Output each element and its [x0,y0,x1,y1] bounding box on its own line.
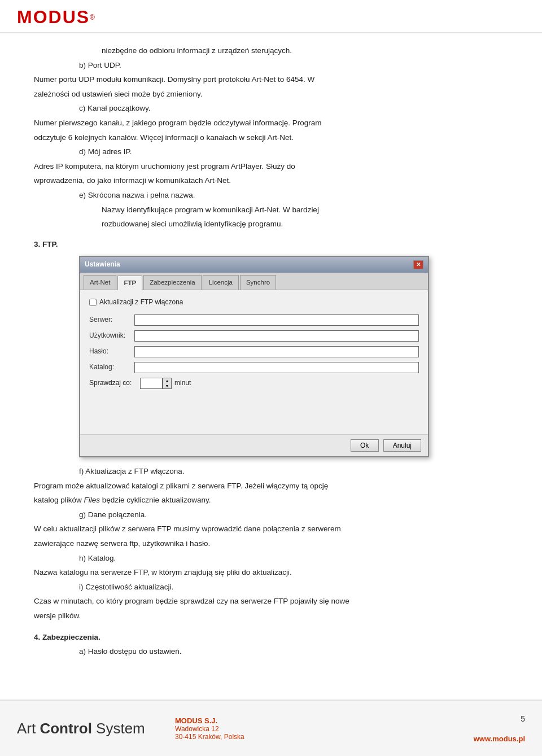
after-zawierajace: zawierające nazwę serwera ftp, użytkowni… [34,537,508,550]
line-2: b) Port UDP. [79,59,508,72]
after-katalog: katalog plików Files będzie cyklicznie a… [34,494,508,506]
section-4-bold: 4. Zabezpieczenia. [34,633,100,641]
password-label: Hasło: [89,346,134,357]
user-input[interactable] [134,330,419,342]
ftp-enabled-label: Aktualizacji z FTP włączona [99,297,183,308]
logo-reg: ® [90,14,96,21]
dialog-spacer [89,394,419,427]
files-italic: Files [84,496,100,504]
after-nazwa: Nazwa katalogu na serwerze FTP, w którym… [34,566,508,579]
footer-company-name: MODUS S.J. [175,716,217,725]
user-row: Użytkownik: [89,330,419,342]
after-f: f) Aktualizacja z FTP włączona. [79,465,508,478]
dialog-window: Ustawienia ✕ Art-Net FTP Zabezpieczenia … [79,256,429,457]
spinner-unit: minut [174,378,191,388]
page-footer: Art Control System MODUS S.J. Wadowicka … [0,700,542,756]
section-3-title: 3. FTP. [34,238,508,251]
catalog-label: Katalog: [89,362,134,373]
logo: MODUS® [17,7,96,28]
footer-brand: Art Control System [17,721,158,736]
spinner-up-button[interactable]: ▲ [163,378,171,383]
tab-zabezpieczenia[interactable]: Zabezpieczenia [143,275,202,290]
main-content: niezbędne do odbioru informacji z urządz… [0,33,542,671]
after-czas: Czas w minutach, co który program będzie… [34,595,508,608]
spinner-row: Sprawdzaj co: 60 ▲ ▼ minut [89,378,419,389]
logo-text: MODUS [17,7,90,28]
header: MODUS® [0,0,542,33]
password-input[interactable] [134,346,419,357]
catalog-row: Katalog: [89,362,419,373]
line-12: Nazwy identyfikujące program w komunikac… [102,204,508,216]
server-input[interactable] [134,314,419,326]
line-9: Adres IP komputera, na którym uruchomion… [34,160,508,173]
footer-website: www.modus.pl [474,735,525,743]
footer-company-info: MODUS S.J. Wadowicka 12 30-415 Kraków, P… [158,716,474,741]
ok-button[interactable]: Ok [351,439,379,452]
ftp-enabled-checkbox[interactable] [89,299,97,306]
dialog-body: Aktualizacji z FTP włączona Serwer: Użyt… [80,290,428,434]
after-prog: Program może aktualizować katalogi z pli… [34,480,508,492]
spinner-arrows[interactable]: ▲ ▼ [163,378,172,389]
line-11: e) Skrócona nazwa i pełna nazwa. [79,189,508,202]
line-1: niezbędne do odbioru informacji z urządz… [102,45,508,57]
spinner-input[interactable]: 60 [140,378,163,389]
page-number: 5 [521,714,525,723]
section-4-a: a) Hasło dostępu do ustawień. [79,645,508,658]
spinner-down-button[interactable]: ▼ [163,383,171,388]
tab-licencja[interactable]: Licencja [203,275,239,290]
line-7: odczytuje 6 kolejnych kanałów. Więcej in… [34,132,508,144]
spinner-label: Sprawdzaj co: [89,378,140,388]
footer-control: Control [40,720,91,737]
section-4-title: 4. Zabezpieczenia. [34,631,508,644]
dialog-footer: Ok Anuluj [80,434,428,456]
after-wersje: wersje plików. [34,610,508,622]
footer-art: Art [17,720,40,737]
tab-ftp[interactable]: FTP [117,276,142,290]
server-row: Serwer: [89,314,419,326]
dialog-close-button[interactable]: ✕ [413,260,423,269]
checkbox-row: Aktualizacji z FTP włączona [89,297,419,308]
footer-brand-text: Art Control System [17,721,158,736]
after-w-celu: W celu aktualizacji plików z serwera FTP… [34,523,508,535]
line-13: rozbudowanej sieci umożliwią identyfikac… [102,218,508,230]
after-h: h) Katalog. [79,552,508,565]
line-8: d) Mój adres IP. [79,146,508,158]
server-label: Serwer: [89,314,134,325]
tab-synchro[interactable]: Synchro [240,275,276,290]
footer-right: 5 www.modus.pl [474,714,525,743]
dialog-titlebar: Ustawienia ✕ [80,257,428,272]
cancel-button[interactable]: Anuluj [383,439,421,452]
line-4: zależności od ustawień sieci może być zm… [34,88,508,100]
intro-text: niezbędne do odbioru informacji z urządz… [34,45,508,230]
line-5: c) Kanał początkowy. [79,102,508,115]
line-3: Numer portu UDP modułu komunikacji. Domy… [34,73,508,86]
footer-address2: 30-415 Kraków, Polska [175,733,244,741]
after-i: i) Częstotliwość aktualizacji. [79,581,508,593]
dialog-container: Ustawienia ✕ Art-Net FTP Zabezpieczenia … [79,256,429,457]
dialog-title: Ustawienia [85,259,120,270]
dialog-tabs: Art-Net FTP Zabezpieczenia Licencja Sync… [80,273,428,290]
footer-address1: Wadowicka 12 [175,725,219,733]
line-6: Numer pierwszego kanału, z jakiego progr… [34,117,508,129]
footer-system: System [92,720,145,737]
line-10: wprowadzenia, do jako informacji w komun… [34,174,508,187]
catalog-input[interactable] [134,362,419,373]
tab-artnet[interactable]: Art-Net [84,275,116,290]
user-label: Użytkownik: [89,330,134,341]
password-row: Hasło: [89,346,419,357]
after-g: g) Dane połączenia. [79,509,508,521]
